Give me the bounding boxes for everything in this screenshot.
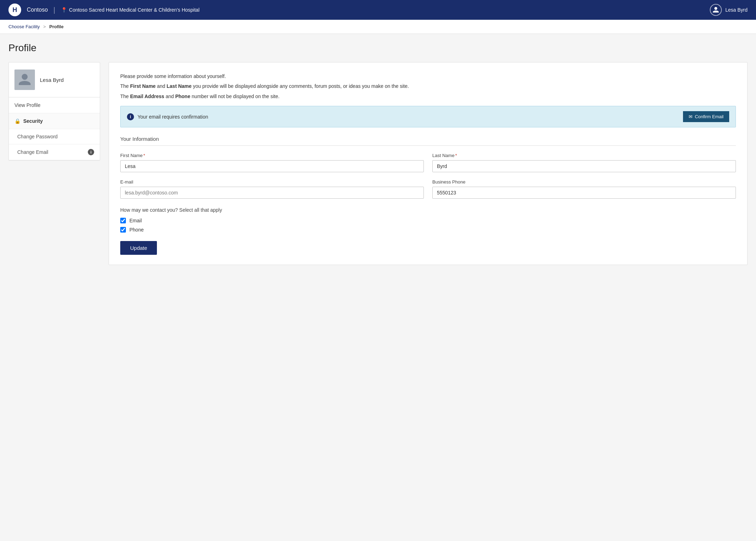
breadcrumb-separator: > (43, 24, 46, 29)
app-logo: H (8, 4, 21, 16)
change-password-label: Change Password (17, 134, 57, 139)
header: H Contoso | 📍 Contoso Sacred Heart Medic… (0, 0, 756, 20)
sidebar-profile: Lesa Byrd (9, 62, 100, 97)
last-name-input[interactable] (432, 160, 736, 172)
user-avatar (710, 4, 722, 16)
email-input[interactable] (120, 187, 424, 199)
intro-text-1: Please provide some information about yo… (120, 72, 736, 80)
email-icon: ✉ (689, 114, 693, 119)
sidebar-item-change-password[interactable]: Change Password (9, 129, 100, 144)
sidebar-security-label: Security (23, 118, 43, 124)
first-name-label: First Name* (120, 153, 424, 158)
email-confirmation-banner: i Your email requires confirmation ✉ Con… (120, 106, 736, 127)
brand-name: Contoso (27, 7, 48, 13)
sidebar-item-view-profile[interactable]: View Profile (9, 97, 100, 113)
phone-group: Business Phone (432, 179, 736, 199)
first-name-required: * (144, 153, 145, 158)
last-name-required: * (455, 153, 457, 158)
lock-icon: 🔒 (14, 118, 20, 124)
last-name-group: Last Name* (432, 153, 736, 172)
user-name: Lesa Byrd (725, 7, 748, 13)
facility-name: Contoso Sacred Heart Medical Center & Ch… (69, 7, 200, 13)
phone-checkbox[interactable] (120, 227, 126, 233)
change-email-label: Change Email (17, 149, 48, 155)
sidebar-item-change-email[interactable]: Change Email i (9, 144, 100, 160)
page-container: Profile Lesa Byrd View Profile 🔒 Securit… (0, 34, 756, 273)
confirm-email-label: Confirm Email (695, 114, 724, 119)
alert-info-icon: i (127, 113, 134, 120)
change-email-info-icon: i (88, 149, 94, 155)
sidebar-avatar (14, 70, 35, 90)
page-title: Profile (8, 42, 748, 54)
main-layout: Lesa Byrd View Profile 🔒 Security Change… (8, 62, 748, 265)
email-checkbox-item[interactable]: Email (120, 218, 736, 223)
your-information-heading: Your Information (120, 136, 736, 146)
update-button[interactable]: Update (120, 241, 157, 255)
phone-label: Business Phone (432, 179, 736, 185)
phone-checkbox-label: Phone (129, 227, 144, 233)
intro-text-2: The First Name and Last Name you provide… (120, 82, 736, 90)
header-left: H Contoso | 📍 Contoso Sacred Heart Medic… (8, 4, 200, 16)
email-group: E-mail (120, 179, 424, 199)
email-checkbox-label: Email (129, 218, 142, 223)
last-name-label: Last Name* (432, 153, 736, 158)
sidebar-username: Lesa Byrd (40, 77, 64, 83)
content-area: Please provide some information about yo… (109, 62, 748, 265)
breadcrumb: Choose Facility > Profile (0, 20, 756, 34)
sidebar-security-header: 🔒 Security (9, 113, 100, 129)
first-name-emphasis: First Name (130, 83, 156, 89)
intro-text-3: The Email Address and Phone number will … (120, 92, 736, 100)
phone-checkbox-item[interactable]: Phone (120, 227, 736, 233)
email-emphasis: Email Address (130, 94, 164, 99)
phone-emphasis: Phone (175, 94, 190, 99)
breadcrumb-parent[interactable]: Choose Facility (8, 24, 40, 29)
location-icon: 📍 (61, 7, 67, 13)
email-label: E-mail (120, 179, 424, 185)
header-user[interactable]: Lesa Byrd (710, 4, 748, 16)
breadcrumb-current: Profile (49, 24, 63, 29)
alert-message: Your email requires confirmation (138, 114, 208, 120)
contact-label: How may we contact you? Select all that … (120, 207, 736, 213)
name-row: First Name* Last Name* (120, 153, 736, 172)
confirm-email-button[interactable]: ✉ Confirm Email (683, 111, 729, 122)
alert-banner-left: i Your email requires confirmation (127, 113, 208, 120)
last-name-emphasis: Last Name (167, 83, 192, 89)
facility-info: 📍 Contoso Sacred Heart Medical Center & … (61, 7, 200, 13)
phone-input[interactable] (432, 187, 736, 199)
contact-checkbox-group: Email Phone (120, 218, 736, 233)
contact-section: How may we contact you? Select all that … (120, 207, 736, 233)
header-divider: | (54, 6, 55, 14)
contact-row: E-mail Business Phone (120, 179, 736, 199)
email-checkbox[interactable] (120, 218, 126, 223)
sidebar: Lesa Byrd View Profile 🔒 Security Change… (8, 62, 100, 161)
first-name-input[interactable] (120, 160, 424, 172)
first-name-group: First Name* (120, 153, 424, 172)
